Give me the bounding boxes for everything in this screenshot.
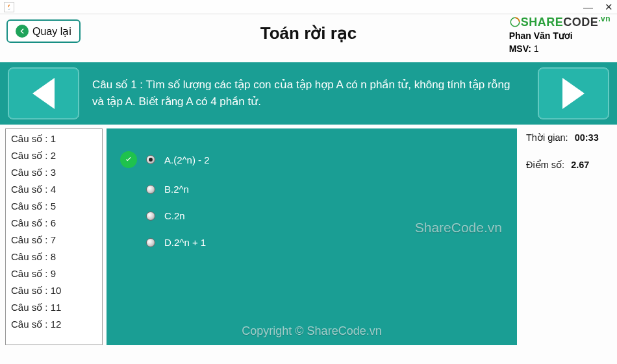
brand-logo: SHARECODE.vn bbox=[509, 14, 611, 29]
radio-icon[interactable] bbox=[146, 238, 155, 247]
watermark: ShareCode.vn bbox=[415, 220, 502, 236]
page-title: Toán rời rạc bbox=[260, 23, 357, 43]
list-item[interactable]: Câu số : 6 bbox=[7, 215, 101, 232]
top-bar: Quay lại Toán rời rạc SHARECODE.vn Phan … bbox=[0, 14, 617, 62]
back-arrow-icon bbox=[16, 25, 29, 38]
back-button[interactable]: Quay lại bbox=[6, 19, 81, 43]
window-titlebar: — ✕ bbox=[0, 0, 617, 14]
list-item[interactable]: Câu số : 8 bbox=[7, 249, 101, 265]
answer-label: A.(2^n) - 2 bbox=[164, 154, 210, 165]
time-label: Thời gian: bbox=[526, 132, 568, 143]
copyright-watermark: Copyright © ShareCode.vn bbox=[242, 324, 381, 338]
list-item[interactable]: Câu số : 1 bbox=[7, 130, 101, 147]
radio-icon[interactable] bbox=[146, 185, 155, 194]
list-item[interactable]: Câu số : 5 bbox=[7, 198, 101, 215]
next-question-button[interactable] bbox=[538, 67, 609, 119]
student-name: Phan Văn Tươi bbox=[509, 30, 611, 41]
radio-icon[interactable] bbox=[146, 155, 155, 164]
question-prompt: Câu số 1 : Tìm số lượng các tập con của … bbox=[88, 77, 529, 111]
student-id: MSV: 1 bbox=[509, 43, 611, 54]
answer-option[interactable]: D.2^n + 1 bbox=[120, 237, 503, 248]
radio-icon[interactable] bbox=[146, 212, 155, 221]
list-item[interactable]: Câu số : 7 bbox=[7, 232, 101, 249]
list-item[interactable]: Câu số : 3 bbox=[7, 164, 101, 181]
triangle-right-icon bbox=[557, 75, 590, 112]
svg-marker-1 bbox=[32, 78, 55, 109]
time-value: 00:33 bbox=[575, 132, 599, 143]
window-minimize-button[interactable]: — bbox=[583, 1, 593, 13]
answer-label: D.2^n + 1 bbox=[164, 237, 206, 248]
triangle-left-icon bbox=[27, 75, 60, 112]
content-row: Câu số : 1Câu số : 2Câu số : 3Câu số : 4… bbox=[0, 125, 617, 345]
side-info: Thời gian: 00:33 Điểm số: 2.67 bbox=[521, 128, 612, 345]
score-label: Điểm số: bbox=[526, 160, 564, 170]
list-item[interactable]: Câu số : 11 bbox=[7, 299, 101, 316]
list-item[interactable]: Câu số : 2 bbox=[7, 147, 101, 164]
question-banner: Câu số 1 : Tìm số lượng các tập con của … bbox=[0, 62, 617, 125]
window-close-button[interactable]: ✕ bbox=[605, 1, 613, 13]
question-list[interactable]: Câu số : 1Câu số : 2Câu số : 3Câu số : 4… bbox=[7, 130, 101, 343]
list-item[interactable]: Câu số : 12 bbox=[7, 316, 101, 333]
list-item[interactable]: Câu số : 9 bbox=[7, 265, 101, 282]
list-item[interactable]: Câu số : 4 bbox=[7, 181, 101, 198]
list-item[interactable]: Câu số : 10 bbox=[7, 282, 101, 299]
answer-option[interactable]: A.(2^n) - 2 bbox=[120, 151, 503, 168]
svg-marker-2 bbox=[562, 78, 585, 109]
question-list-panel: Câu số : 1Câu số : 2Câu số : 3Câu số : 4… bbox=[5, 128, 103, 345]
correct-check-icon bbox=[120, 151, 137, 168]
answer-panel: A.(2^n) - 2B.2^nC.2nD.2^n + 1 ShareCode.… bbox=[107, 128, 517, 345]
score-value: 2.67 bbox=[571, 160, 589, 170]
back-button-label: Quay lại bbox=[32, 25, 71, 38]
answer-label: C.2n bbox=[164, 210, 185, 221]
answer-label: B.2^n bbox=[164, 184, 189, 195]
java-icon bbox=[4, 2, 14, 12]
prev-question-button[interactable] bbox=[8, 67, 79, 119]
answer-option[interactable]: B.2^n bbox=[120, 184, 503, 195]
